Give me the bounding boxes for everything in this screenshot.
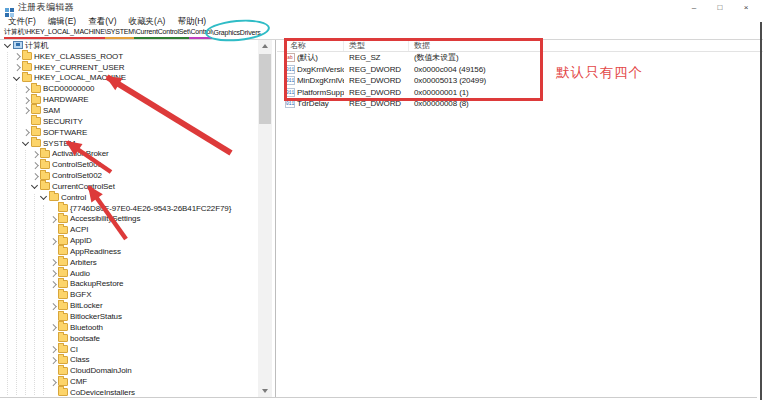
chevron-right-icon[interactable] (49, 269, 57, 277)
tree-item-audio[interactable]: Audio (0, 268, 258, 279)
chevron-down-icon[interactable] (22, 139, 30, 147)
tree-item-software[interactable]: SOFTWARE (0, 127, 258, 138)
chevron-right-icon[interactable] (13, 52, 21, 60)
tree-item-accessibilitysettings[interactable]: AccessibilitySettings (0, 214, 258, 225)
tree-item-bitlocker[interactable]: BitLocker (0, 300, 258, 311)
menu-item[interactable]: 帮助(H) (171, 15, 212, 27)
tree-item-sam[interactable]: SAM (0, 105, 258, 116)
folder-icon (58, 258, 68, 266)
tree-item-acpi[interactable]: ACPI (0, 224, 258, 235)
chevron-down-icon[interactable] (40, 193, 48, 201)
chevron-right-icon[interactable] (13, 63, 21, 71)
tree-item-appreadiness[interactable]: AppReadiness (0, 246, 258, 257)
tree-item-bootsafe[interactable]: bootsafe (0, 333, 258, 344)
chevron-right-icon[interactable] (31, 161, 39, 169)
tree-item-hkey-classes-root[interactable]: HKEY_CLASSES_ROOT (0, 51, 258, 62)
tree-item-bgfx[interactable]: BGFX (0, 289, 258, 300)
scroll-up-icon[interactable] (262, 44, 268, 48)
title-bar: 注册表编辑器 – □ × (0, 0, 763, 15)
chevron-right-icon[interactable] (22, 106, 30, 114)
folder-icon (58, 237, 68, 245)
tree-item-bluetooth[interactable]: Bluetooth (0, 322, 258, 333)
chevron-right-icon[interactable] (31, 172, 39, 180)
chevron-right-icon[interactable] (31, 150, 39, 158)
value-row-tdrdelay[interactable]: 011TdrDelayREG_DWORD0x00000008 (8) (277, 98, 763, 110)
tree-item-hkey-current-user[interactable]: HKEY_CURRENT_USER (0, 62, 258, 73)
chevron-right-icon[interactable] (49, 258, 57, 266)
folder-icon (31, 85, 41, 93)
column-header[interactable]: 名称 (277, 40, 344, 51)
tree-item-controlset002[interactable]: ControlSet002 (0, 170, 258, 181)
chevron-right-icon[interactable] (22, 96, 30, 104)
maximize-button[interactable]: □ (707, 0, 733, 15)
chevron-right-icon[interactable] (22, 85, 30, 93)
chevron-right-icon[interactable] (49, 215, 57, 223)
chevron-right-icon[interactable] (49, 323, 57, 331)
menu-item[interactable]: 收藏夹(A) (123, 15, 172, 27)
tree-item-controlset001[interactable]: ControlSet001 (0, 159, 258, 170)
tree-item-bitlockerstatus[interactable]: BitlockerStatus (0, 311, 258, 322)
chevron-down-icon[interactable] (31, 182, 39, 190)
close-button[interactable]: × (733, 0, 759, 15)
tree-item-backuprestore[interactable]: BackupRestore (0, 279, 258, 290)
chevron-right-icon[interactable] (22, 128, 30, 136)
chevron-right-icon[interactable] (49, 378, 57, 386)
menu-item[interactable]: 查看(V) (82, 15, 122, 27)
chevron-down-icon[interactable] (4, 41, 12, 49)
reg-sz-icon: ab (285, 53, 295, 62)
tree-item-cmf[interactable]: CMF (0, 376, 258, 387)
value-name: TdrDelay (297, 99, 329, 108)
tree-item-label: AppID (70, 236, 92, 245)
tree-item-ci[interactable]: CI (0, 344, 258, 355)
registry-editor-window: 注册表编辑器 – □ × 文件(F)编辑(E)查看(V)收藏夹(A)帮助(H) … (0, 0, 763, 400)
minimize-button[interactable]: – (681, 0, 707, 15)
value-row--默认-[interactable]: ab(默认)REG_SZ(数值未设置) (277, 52, 763, 64)
tree-scrollbar[interactable] (258, 40, 272, 397)
folder-icon (58, 280, 68, 288)
tree-item-clouddomainjoin[interactable]: CloudDomainJoin (0, 365, 258, 376)
chevron-down-icon[interactable] (13, 74, 21, 82)
chevron-right-icon[interactable] (49, 280, 57, 288)
tree-item-arbiters[interactable]: Arbiters (0, 257, 258, 268)
tree-item-label: BackupRestore (70, 279, 123, 288)
tree-guide-line (43, 205, 44, 395)
panel-divider[interactable] (275, 40, 276, 397)
column-header[interactable]: 类型 (344, 40, 409, 51)
tree-item-label: AccessibilitySettings (70, 214, 140, 223)
menu-item[interactable]: 编辑(E) (42, 15, 82, 27)
tree-item-currentcontrolset[interactable]: CurrentControlSet (0, 181, 258, 192)
scroll-down-icon[interactable] (262, 389, 268, 393)
value-row-dxgkrnlversion[interactable]: 011DxgKrnlVersionREG_DWORD0x0000c004 (49… (277, 64, 763, 76)
value-data: 0x00000001 (1) (409, 88, 763, 97)
tree-item-hardware[interactable]: HARDWARE (0, 94, 258, 105)
chevron-right-icon[interactable] (49, 356, 57, 364)
value-row-platformsuppo-[interactable]: 011PlatformSuppo...REG_DWORD0x00000001 (… (277, 87, 763, 99)
menu-item[interactable]: 文件(F) (2, 15, 42, 27)
scrollbar-thumb[interactable] (259, 54, 271, 124)
value-row-mindxgkrnlve-[interactable]: 011MinDxgKrnlVe...REG_DWORD0x00005013 (2… (277, 75, 763, 87)
column-header[interactable]: 数据 (409, 40, 763, 51)
chevron-right-icon[interactable] (49, 302, 57, 310)
annotation-note: 默认只有四个 (556, 64, 643, 82)
folder-icon (58, 269, 68, 277)
tree-item-codeviceinstallers[interactable]: CoDeviceInstallers (0, 387, 258, 397)
chevron-right-icon[interactable] (49, 237, 57, 245)
tree-item-计算机[interactable]: 计算机 (0, 40, 258, 51)
chevron-right-icon[interactable] (49, 345, 57, 353)
tree-item--7746d80f-97e0-4e26-9543-26b41fc22f79-[interactable]: {7746D80F-97E0-4E26-9543-26B41FC22F79} (0, 203, 258, 214)
value-data: 0x00000008 (8) (409, 99, 763, 108)
tree-item-bcd00000000[interactable]: BCD00000000 (0, 83, 258, 94)
no-chevron (22, 117, 30, 125)
tree-item-label: Bluetooth (70, 323, 103, 332)
tree-item-security[interactable]: SECURITY (0, 116, 258, 127)
tree-item-hkey-local-machine[interactable]: HKEY_LOCAL_MACHINE (0, 73, 258, 84)
folder-icon (31, 128, 41, 136)
tree-item-activationbroker[interactable]: ActivationBroker (0, 148, 258, 159)
tree-item-system[interactable]: SYSTEM (0, 138, 258, 149)
tree-item-control[interactable]: Control (0, 192, 258, 203)
tree-item-appid[interactable]: AppID (0, 235, 258, 246)
tree-item-class[interactable]: Class (0, 354, 258, 365)
address-bar[interactable]: 计算机\HKEY_LOCAL_MACHINE\SYSTEM\CurrentCon… (0, 27, 763, 40)
tree-guide-line (34, 194, 35, 395)
no-chevron (49, 247, 57, 255)
